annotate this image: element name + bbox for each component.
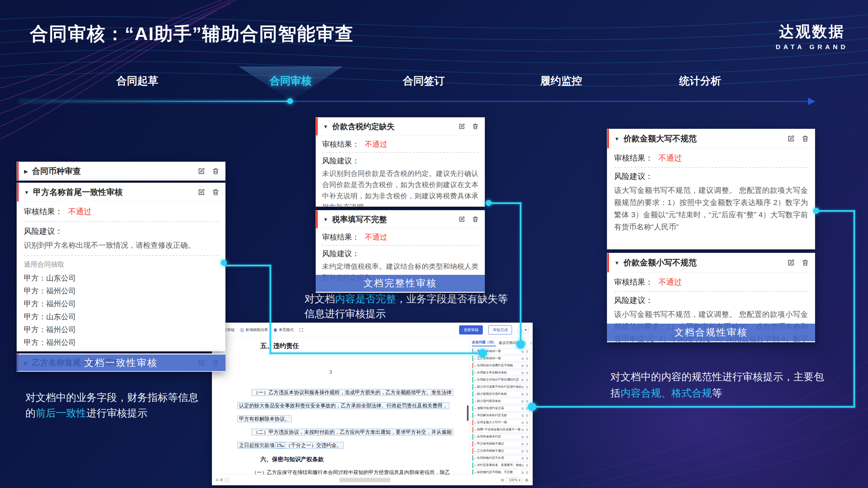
- edit-icon[interactable]: [521, 428, 524, 431]
- edit-icon[interactable]: [521, 443, 524, 446]
- delete-icon[interactable]: [526, 464, 529, 467]
- risk-label: 风险建议：: [322, 156, 478, 166]
- delete-icon[interactable]: [526, 450, 529, 453]
- delete-icon[interactable]: [526, 364, 529, 367]
- zoom-level-select[interactable]: 100% ▾: [506, 477, 523, 483]
- issue-row[interactable]: 缺少延期交付违约条款: [472, 391, 530, 397]
- issue-row[interactable]: 合同份数约定不合理: [472, 455, 530, 461]
- delete-icon[interactable]: [526, 379, 529, 382]
- edit-icon[interactable]: [521, 386, 524, 389]
- timeline-line: [290, 101, 809, 102]
- zoom-out-icon[interactable]: ⊖: [501, 477, 505, 483]
- review-card-header[interactable]: ▶ 合同币种审查: [17, 162, 225, 180]
- issue-row[interactable]: 合同金额大小写不一致: [472, 420, 530, 426]
- review-card-header[interactable]: ▼ 价款含税约定缺失: [316, 118, 485, 136]
- delete-icon[interactable]: [801, 135, 809, 143]
- result-label: 审核结果：: [322, 140, 359, 148]
- delete-icon[interactable]: [526, 443, 529, 446]
- delete-icon[interactable]: [526, 393, 529, 396]
- review-done-button[interactable]: 审核完成: [488, 325, 512, 334]
- issue-label: 税费+不含税金额与总金额不一致: [477, 428, 521, 432]
- nav-step[interactable]: 履约监控: [540, 74, 582, 88]
- review-card-header[interactable]: ▼ 甲方名称首尾一致性审核: [17, 183, 225, 202]
- delete-icon[interactable]: [472, 123, 479, 130]
- delete-icon[interactable]: [526, 386, 529, 389]
- delete-icon[interactable]: [526, 400, 529, 403]
- issue-row[interactable]: 逾期付款违约金过高: [472, 405, 530, 411]
- fullscreen-button[interactable]: [299, 328, 303, 332]
- result-value: 不通过: [658, 278, 682, 286]
- collapse-all-icon[interactable]: [531, 341, 531, 345]
- review-card-header[interactable]: ▼ 税率填写不完整: [316, 210, 485, 228]
- edit-icon[interactable]: [197, 188, 205, 196]
- page-current: 4: [216, 478, 218, 482]
- delete-icon[interactable]: [526, 350, 529, 353]
- issue-row[interactable]: 合同有效期未约定: [472, 434, 530, 440]
- tag-compliance-review: 文档合规性审核: [607, 324, 815, 341]
- issue-row[interactable]: 争议解决条款约定无效: [472, 412, 530, 419]
- edit-icon[interactable]: [521, 364, 524, 367]
- edit-icon[interactable]: [521, 350, 524, 353]
- nav-step[interactable]: 合同起草: [116, 74, 158, 88]
- zoom-in-icon[interactable]: ⊕: [525, 477, 529, 483]
- issue-row[interactable]: 合同缺乏争议解决条款: [472, 370, 530, 376]
- issue-row[interactable]: 乙方税号校验不通过: [472, 448, 530, 454]
- edit-icon[interactable]: [521, 371, 524, 374]
- delete-icon[interactable]: [212, 188, 220, 196]
- edit-icon[interactable]: [521, 421, 524, 424]
- edit-icon[interactable]: [458, 216, 466, 223]
- edit-icon[interactable]: [521, 400, 524, 403]
- delete-icon[interactable]: [801, 259, 809, 267]
- edit-icon[interactable]: [521, 450, 524, 453]
- chevron-down-icon: ▼: [323, 124, 328, 129]
- edit-icon[interactable]: [521, 393, 524, 396]
- edit-icon[interactable]: [521, 379, 524, 382]
- edit-icon[interactable]: [197, 167, 205, 175]
- nav-step[interactable]: 合同签订: [403, 74, 445, 88]
- issue-row[interactable]: 缺少违约赔偿条款: [472, 398, 530, 404]
- single-page-mode-button[interactable]: 单页模式: [273, 327, 294, 332]
- risk-label: 风险建议：: [322, 249, 478, 259]
- page-jump-icon[interactable]: ›: [225, 478, 229, 482]
- edit-icon[interactable]: [521, 471, 524, 474]
- review-card-partyA-consistency: ▼ 甲方名称首尾一致性审核 审核结果：不通过 风险建议： 识别到甲方名称出现不一…: [17, 183, 225, 351]
- issue-label: 甲方税号校验不通过: [477, 442, 521, 446]
- edit-icon[interactable]: [787, 259, 795, 267]
- review-card-header[interactable]: ▼ 价款金额小写不规范: [607, 253, 815, 272]
- delete-icon[interactable]: [526, 357, 529, 360]
- nav-step[interactable]: 合同审核: [270, 74, 312, 88]
- document-scrollbar[interactable]: [467, 405, 469, 421]
- add-extraction-button[interactable]: 新增抽取结果: [240, 327, 268, 332]
- edit-icon[interactable]: [521, 357, 524, 360]
- update-review-button[interactable]: 更新审核: [459, 325, 483, 334]
- download-button[interactable]: ▾: [517, 326, 529, 333]
- delete-icon[interactable]: [212, 167, 220, 175]
- tab-must-fix-issues[interactable]: 必改问题（18）: [472, 340, 496, 346]
- edit-icon[interactable]: [787, 135, 795, 143]
- edit-icon[interactable]: [521, 407, 524, 410]
- delete-icon[interactable]: [472, 216, 479, 223]
- delete-icon[interactable]: [526, 421, 529, 424]
- nav-step[interactable]: 统计分析: [679, 74, 721, 88]
- issue-row[interactable]: 合同缺乏对知识产权归属的约定: [472, 377, 530, 383]
- brand-logo-en: DATA GRAND: [776, 43, 848, 51]
- edit-icon[interactable]: [521, 414, 524, 417]
- delete-icon[interactable]: [526, 414, 529, 417]
- edit-icon[interactable]: [521, 457, 524, 460]
- delete-icon[interactable]: [526, 471, 529, 474]
- delete-icon[interactable]: [526, 435, 529, 439]
- issue-row[interactable]: 税费+不含税金额与总金额不一致: [472, 427, 530, 433]
- viewer-toolbar: 自定义审核 新增抽取结果 单页模式 更新审核 审核完成 ▾: [212, 323, 533, 338]
- issue-row[interactable]: 缺少交付成果不符合约定违约条款: [472, 384, 530, 390]
- issue-row[interactable]: 合同价款中税费约定不明确: [472, 363, 530, 369]
- delete-icon[interactable]: [526, 371, 529, 374]
- issue-row[interactable]: 未约定质量标准、质量要求、验收标准: [472, 462, 530, 468]
- edit-icon[interactable]: [521, 435, 524, 439]
- delete-icon[interactable]: [526, 428, 529, 431]
- review-card-header[interactable]: ▼ 价款金额大写不规范: [607, 129, 815, 148]
- issue-row[interactable]: 甲方税号校验不通过: [472, 441, 530, 447]
- review-card-title: 价款金额大写不规范: [624, 133, 787, 144]
- delete-icon[interactable]: [526, 457, 529, 460]
- edit-icon[interactable]: [521, 464, 524, 467]
- edit-icon[interactable]: [458, 123, 466, 130]
